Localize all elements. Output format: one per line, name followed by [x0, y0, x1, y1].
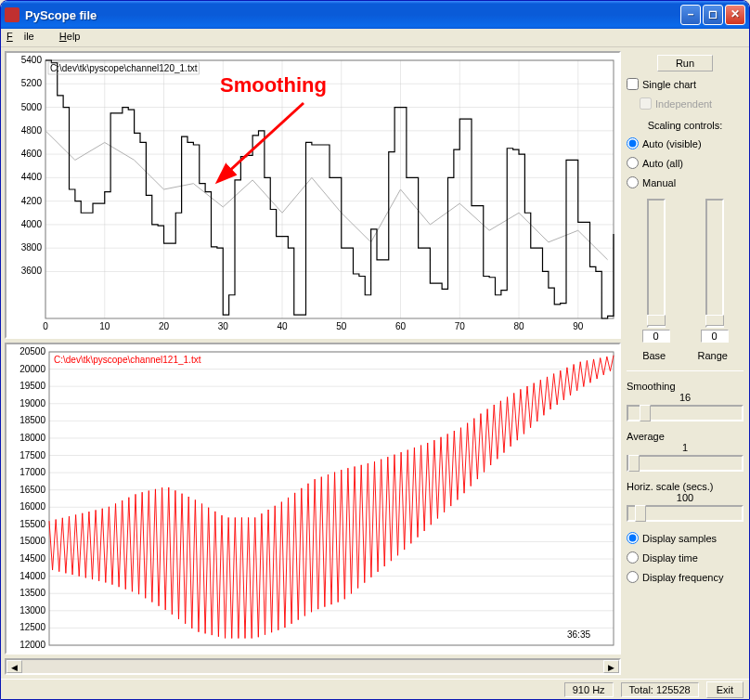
svg-text:16500: 16500 — [19, 485, 45, 495]
sidebar: Run Single chart Independent Scaling con… — [625, 51, 745, 675]
svg-text:14500: 14500 — [19, 553, 45, 564]
svg-text:12500: 12500 — [19, 622, 45, 632]
scaling-controls-label: Scaling controls: — [627, 120, 744, 131]
run-button[interactable]: Run — [657, 55, 713, 71]
svg-text:C:\dev\tk\pyscope\channel121_1: C:\dev\tk\pyscope\channel121_1.txt — [54, 355, 201, 365]
menu-help-text: elp — [67, 31, 81, 42]
horizontal-scrollbar[interactable]: ◀ ▶ — [5, 658, 621, 675]
scroll-left-arrow[interactable]: ◀ — [6, 660, 22, 673]
range-value: 0 — [701, 330, 729, 343]
hscale-label: Horiz. scale (secs.) — [627, 481, 744, 492]
svg-text:90: 90 — [573, 321, 584, 331]
scaling-manual-radio[interactable] — [627, 176, 639, 188]
svg-text:C:\dev\tk\pyscope\channel120_1: C:\dev\tk\pyscope\channel120_1.txt — [50, 63, 198, 73]
svg-text:17500: 17500 — [19, 450, 45, 460]
display-samples-radio[interactable] — [627, 532, 639, 544]
display-time-label: Display time — [642, 552, 698, 564]
scaling-auto-all-label: Auto (all) — [642, 158, 683, 169]
status-total: Total: 125528 — [621, 682, 699, 697]
app-icon — [5, 7, 19, 22]
menubar: File Help — [1, 29, 749, 47]
svg-text:17000: 17000 — [19, 467, 45, 477]
base-value: 0 — [642, 330, 670, 343]
svg-text:4400: 4400 — [21, 172, 43, 182]
window-title: PyScope file — [25, 8, 97, 22]
maximize-button[interactable]: ◻ — [703, 5, 723, 25]
scaling-manual-label: Manual — [642, 177, 676, 188]
chart-lower[interactable]: 1200012500130001350014000145001500015500… — [5, 343, 621, 655]
svg-text:16000: 16000 — [19, 501, 45, 512]
base-slider[interactable] — [647, 199, 666, 328]
svg-text:36:35: 36:35 — [567, 629, 590, 640]
minimize-button[interactable]: – — [680, 5, 701, 25]
svg-text:80: 80 — [513, 321, 524, 331]
svg-text:20000: 20000 — [19, 364, 45, 374]
independent-checkbox — [640, 97, 652, 110]
scroll-right-arrow[interactable]: ▶ — [603, 660, 619, 673]
close-button[interactable]: ✕ — [725, 5, 745, 25]
svg-text:12000: 12000 — [19, 640, 45, 650]
statusbar: 910 Hz Total: 125528 Exit — [1, 679, 749, 699]
svg-text:5000: 5000 — [21, 102, 43, 112]
svg-text:10: 10 — [99, 321, 110, 331]
menu-file-text: ile — [24, 31, 34, 42]
svg-text:50: 50 — [336, 321, 347, 331]
svg-text:18000: 18000 — [19, 433, 45, 443]
smoothing-label: Smoothing — [627, 381, 744, 392]
svg-text:15000: 15000 — [19, 536, 45, 546]
svg-rect-40 — [45, 60, 614, 318]
hscale-value: 100 — [627, 492, 744, 503]
scaling-auto-all-radio[interactable] — [627, 157, 639, 169]
svg-text:4600: 4600 — [21, 149, 43, 159]
svg-text:18500: 18500 — [19, 415, 45, 425]
average-slider[interactable] — [627, 455, 744, 472]
smoothing-slider[interactable] — [627, 405, 744, 421]
svg-text:4200: 4200 — [21, 196, 43, 206]
smoothing-value: 16 — [627, 392, 744, 403]
svg-text:4800: 4800 — [21, 125, 43, 136]
hscale-slider[interactable] — [627, 505, 744, 522]
average-value: 1 — [627, 442, 744, 453]
chart-upper[interactable]: 3600380040004200440046004800500052005400… — [5, 51, 621, 339]
display-frequency-label: Display frequency — [642, 572, 723, 583]
svg-text:13500: 13500 — [19, 588, 45, 598]
svg-text:20500: 20500 — [19, 346, 45, 356]
svg-text:15500: 15500 — [19, 519, 45, 529]
scaling-auto-visible-radio[interactable] — [627, 137, 639, 149]
scaling-auto-visible-label: Auto (visible) — [642, 138, 702, 149]
single-chart-label: Single chart — [642, 79, 696, 90]
base-label: Base — [642, 350, 666, 361]
independent-label: Independent — [655, 98, 712, 110]
exit-button[interactable]: Exit — [706, 681, 744, 698]
svg-text:19000: 19000 — [19, 398, 45, 408]
svg-text:70: 70 — [455, 321, 466, 331]
svg-text:40: 40 — [277, 321, 288, 331]
range-label: Range — [697, 350, 727, 361]
svg-text:14000: 14000 — [19, 571, 45, 581]
display-time-radio[interactable] — [627, 551, 639, 564]
svg-text:60: 60 — [395, 321, 407, 331]
svg-text:19500: 19500 — [19, 381, 45, 391]
display-frequency-radio[interactable] — [627, 571, 639, 583]
menu-file[interactable]: File — [6, 31, 45, 42]
svg-text:3800: 3800 — [21, 242, 43, 253]
svg-text:5400: 5400 — [21, 55, 43, 65]
menu-help[interactable]: Help — [59, 31, 92, 42]
display-samples-label: Display samples — [642, 533, 717, 544]
average-label: Average — [627, 431, 744, 442]
status-rate: 910 Hz — [564, 682, 614, 697]
single-chart-checkbox[interactable] — [627, 78, 639, 90]
svg-text:3600: 3600 — [21, 266, 43, 276]
svg-text:20: 20 — [159, 321, 170, 331]
svg-text:30: 30 — [218, 321, 229, 331]
svg-text:4000: 4000 — [21, 219, 43, 229]
svg-text:0: 0 — [43, 321, 48, 331]
svg-text:13000: 13000 — [19, 605, 45, 616]
svg-text:5200: 5200 — [21, 78, 43, 88]
range-slider[interactable] — [705, 199, 724, 328]
titlebar[interactable]: PyScope file – ◻ ✕ — [1, 1, 749, 29]
